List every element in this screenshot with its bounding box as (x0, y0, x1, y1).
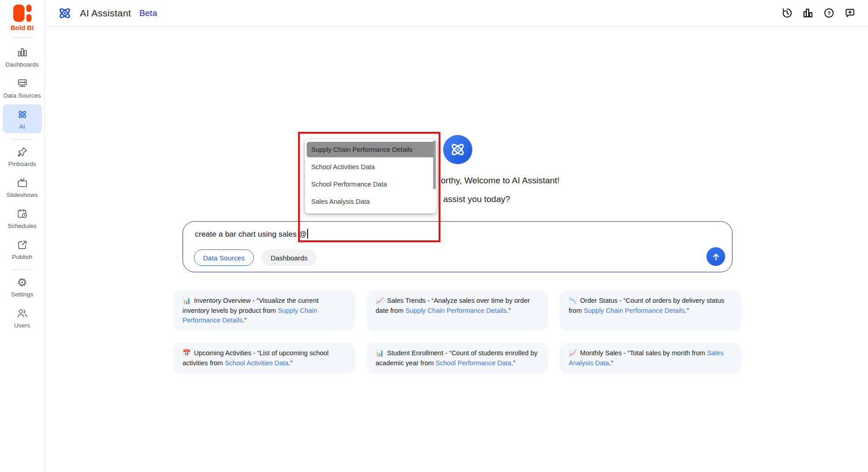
sidebar-divider (12, 37, 33, 38)
suggestion-emoji-icon: 📉 (569, 297, 577, 304)
pin-icon (16, 146, 28, 158)
sidebar-item-dashboards[interactable]: Dashboards (3, 42, 42, 71)
suggestion-emoji-icon: 📈 (569, 349, 577, 357)
suggestion-card[interactable]: 📈Monthly Sales - “Total sales by month f… (559, 343, 741, 373)
usage-chart-button[interactable] (802, 7, 814, 19)
gear-icon: ⚙ (16, 276, 28, 288)
dropdown-scrollbar[interactable] (433, 140, 436, 189)
boldbi-logo-icon (13, 4, 32, 22)
sidebar-item-label: Pinboards (8, 161, 36, 167)
suggestion-card[interactable]: 📅Upcoming Activities - “List of upcoming… (173, 343, 355, 373)
topbar-actions: ? (781, 7, 856, 19)
sidebar-item-schedules[interactable]: Schedules (3, 204, 42, 233)
datasource-link[interactable]: Supply Chain Performance Details (405, 307, 507, 314)
suggestion-card[interactable]: 📉Order Status - “Count of orders by deli… (559, 290, 741, 331)
sidebar-item-users[interactable]: Users (3, 303, 42, 332)
feedback-button[interactable] (844, 7, 856, 19)
suggestion-suffix: .” (507, 307, 511, 314)
send-button[interactable] (706, 247, 725, 266)
text-caret (307, 229, 308, 239)
sidebar-item-label: Slideshows (6, 192, 37, 198)
suggestion-emoji-icon: 📊 (183, 297, 191, 304)
suggestion-cards-row-2: 📅Upcoming Activities - “List of upcoming… (173, 343, 741, 373)
prompt-input[interactable]: create a bar chart using sales @ Data So… (183, 221, 732, 272)
share-icon (16, 239, 28, 251)
sidebar-item-label: Data Sources (4, 92, 41, 99)
sidebar-nav: DashboardsData SourcesAIPinboardsSlidesh… (3, 40, 42, 332)
beta-badge: Beta (139, 8, 157, 18)
calendar-clock-icon (16, 208, 28, 220)
dropdown-option[interactable]: Sales Analysis Data (305, 193, 437, 210)
ai-atom-icon (16, 109, 28, 120)
suggestion-cards-row-1: 📊Inventory Overview - “Visualize the cur… (173, 290, 741, 331)
svg-text:?: ? (827, 10, 831, 16)
dropdown-option[interactable]: School Performance Data (305, 176, 437, 193)
ai-assistant-atom-icon (57, 5, 73, 21)
suggestion-emoji-icon: 📈 (376, 297, 384, 304)
sidebar-item-publish[interactable]: Publish (3, 235, 42, 264)
sidebar-item-data-sources[interactable]: Data Sources (3, 73, 42, 102)
sidebar-item-label: Settings (11, 291, 33, 298)
suggestion-suffix: .” (609, 359, 613, 367)
suggestion-text: Monthly Sales - “Total sales by month fr… (580, 349, 707, 357)
mention-dropdown: Supply Chain Performance DetailsSchool A… (305, 139, 437, 213)
arrow-up-icon (711, 251, 722, 262)
sidebar-item-pinboards[interactable]: Pinboards (3, 142, 42, 171)
feedback-icon (844, 7, 856, 19)
history-icon (781, 7, 793, 19)
suggestion-suffix: .” (511, 359, 515, 367)
sidebar-item-label: Publish (12, 254, 32, 260)
boldbi-logo[interactable]: Bold BI (10, 4, 34, 31)
datasource-link[interactable]: School Performance Data (435, 359, 511, 367)
prompt-input-value: create a bar chart using sales @ (195, 230, 307, 239)
suggestion-card[interactable]: 📊Inventory Overview - “Visualize the cur… (173, 290, 355, 331)
prompt-input-text: create a bar chart using sales @ (195, 229, 308, 239)
chip-dashboards[interactable]: Dashboards (261, 249, 317, 266)
suggestion-card[interactable]: 📊Student Enrollment - “Count of students… (366, 343, 548, 373)
suggestion-suffix: .” (685, 307, 689, 314)
usage-chart-icon (802, 7, 814, 19)
scope-chips: Data SourcesDashboards (194, 249, 317, 266)
datasource-link[interactable]: School Activities Data (225, 359, 288, 367)
sidebar-item-slideshows[interactable]: Slideshows (3, 173, 42, 202)
atom-icon (448, 140, 467, 159)
topbar: AI Assistant Beta ? (45, 0, 868, 26)
suggestion-emoji-icon: 📅 (183, 349, 191, 357)
assistant-avatar (443, 135, 472, 164)
sidebar-divider (12, 139, 33, 140)
dashboards-icon (16, 47, 28, 58)
suggestion-suffix: .” (242, 316, 246, 324)
sidebar-item-settings[interactable]: ⚙Settings (3, 272, 42, 301)
help-icon: ? (823, 7, 835, 19)
sidebar-divider (12, 270, 33, 270)
sidebar-item-label: Users (14, 322, 30, 329)
page-title: AI Assistant (80, 8, 131, 19)
welcome-message-line1: orthy, Welcome to AI Assistant! (441, 176, 559, 186)
suggestion-emoji-icon: 📊 (376, 349, 384, 357)
sidebar-item-label: Schedules (8, 223, 37, 229)
dropdown-option[interactable]: Supply Chain Performance Details (307, 142, 435, 157)
sidebar-item-ai[interactable]: AI (3, 104, 42, 133)
suggestion-suffix: .” (288, 359, 293, 367)
welcome-message-line2: assist you today? (443, 194, 510, 204)
suggestion-card[interactable]: 📈Sales Trends - “Analyze sales over time… (366, 290, 548, 331)
sidebar-item-label: AI (19, 123, 25, 130)
dropdown-option[interactable]: School Activities Data (305, 158, 437, 176)
help-button[interactable]: ? (823, 7, 835, 19)
sidebar: Bold BI DashboardsData SourcesAIPinboard… (0, 0, 45, 472)
main-content: orthy, Welcome to AI Assistant! assist y… (45, 26, 868, 472)
dropdown-list: Supply Chain Performance DetailsSchool A… (305, 142, 437, 210)
boldbi-logo-label: Bold BI (10, 24, 34, 31)
sidebar-item-label: Dashboards (5, 61, 39, 68)
datasource-link[interactable]: Supply Chain Performance Details (584, 307, 685, 314)
chip-data-sources[interactable]: Data Sources (194, 249, 254, 266)
users-icon (16, 307, 28, 319)
tv-icon (16, 177, 28, 189)
data-sources-icon (16, 78, 28, 89)
history-button[interactable] (781, 7, 793, 19)
